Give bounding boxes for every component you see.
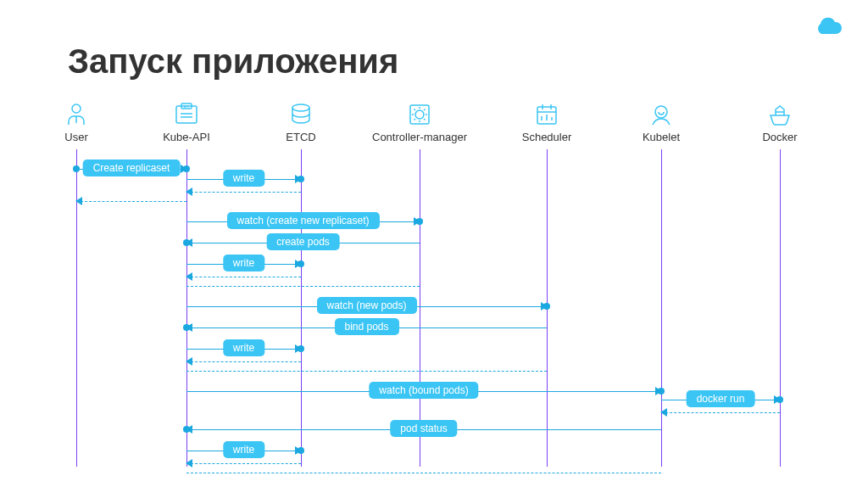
controller-manager-icon bbox=[407, 102, 432, 127]
lifeline-kubelet bbox=[661, 149, 662, 467]
message-5: create pods bbox=[186, 233, 420, 254]
activation-dot bbox=[298, 176, 304, 182]
message-label: docker run bbox=[687, 390, 755, 407]
svg-point-7 bbox=[292, 104, 309, 111]
activation-dot bbox=[543, 303, 550, 310]
message-label: write bbox=[223, 170, 264, 187]
actor-label-user: User bbox=[64, 131, 87, 143]
message-label: pod status bbox=[390, 420, 457, 437]
svg-text:API: API bbox=[184, 104, 189, 109]
message-9: watch (new pods) bbox=[186, 297, 547, 317]
svg-point-17 bbox=[655, 106, 667, 118]
activation-dot bbox=[183, 324, 190, 331]
actor-label-docker: Docker bbox=[762, 131, 797, 143]
message-label: Create replicaset bbox=[83, 160, 181, 176]
message-10: bind pods bbox=[186, 318, 547, 339]
activation-dot bbox=[298, 260, 304, 267]
activation-dot bbox=[183, 426, 190, 433]
activation-dot bbox=[416, 218, 423, 225]
docker-icon bbox=[767, 102, 793, 127]
return-20 bbox=[186, 468, 661, 479]
message-4: watch (create new replicaset) bbox=[186, 212, 420, 232]
svg-point-9 bbox=[415, 110, 424, 119]
activation-dot bbox=[183, 239, 190, 246]
message-0: Create replicaset bbox=[76, 160, 186, 180]
lifeline-docker bbox=[780, 149, 781, 467]
kubelet-icon bbox=[648, 102, 674, 127]
etcd-icon bbox=[288, 102, 314, 127]
activation-dot bbox=[776, 396, 783, 403]
actor-label-kubelet: Kubelet bbox=[643, 131, 680, 143]
message-label: watch (bound pods) bbox=[369, 382, 478, 399]
return-3 bbox=[76, 197, 186, 207]
message-label: create pods bbox=[266, 233, 340, 250]
kube-api-icon: API bbox=[174, 102, 199, 127]
return-2 bbox=[186, 188, 301, 198]
return-13 bbox=[186, 367, 547, 377]
return-8 bbox=[186, 282, 420, 292]
actor-label-etcd: ETCD bbox=[286, 131, 315, 143]
message-label: write bbox=[223, 339, 264, 356]
message-17: pod status bbox=[186, 420, 661, 440]
actor-label-scheduler: Scheduler bbox=[522, 131, 572, 143]
scheduler-icon bbox=[534, 102, 559, 127]
activation-dot bbox=[298, 345, 304, 352]
page-title: Запуск приложения bbox=[68, 42, 398, 81]
cloud-icon bbox=[812, 17, 843, 41]
message-14: watch (bound pods) bbox=[186, 382, 661, 402]
message-label: watch (new pods) bbox=[316, 297, 416, 314]
activation-dot bbox=[298, 447, 304, 454]
actor-label-controller-manager: Controller-manager bbox=[372, 131, 467, 143]
activation-dot bbox=[73, 165, 80, 172]
message-label: write bbox=[223, 255, 264, 271]
sequence-diagram: UserAPIKube-APIETCDController-managerSch… bbox=[68, 102, 810, 467]
message-label: bind pods bbox=[334, 318, 398, 335]
user-icon bbox=[64, 102, 89, 127]
message-label: write bbox=[223, 441, 264, 458]
message-label: watch (create new replicaset) bbox=[226, 212, 379, 229]
svg-point-0 bbox=[72, 104, 81, 113]
actor-label-kube-api: Kube-API bbox=[163, 131, 210, 143]
return-16 bbox=[661, 408, 780, 418]
